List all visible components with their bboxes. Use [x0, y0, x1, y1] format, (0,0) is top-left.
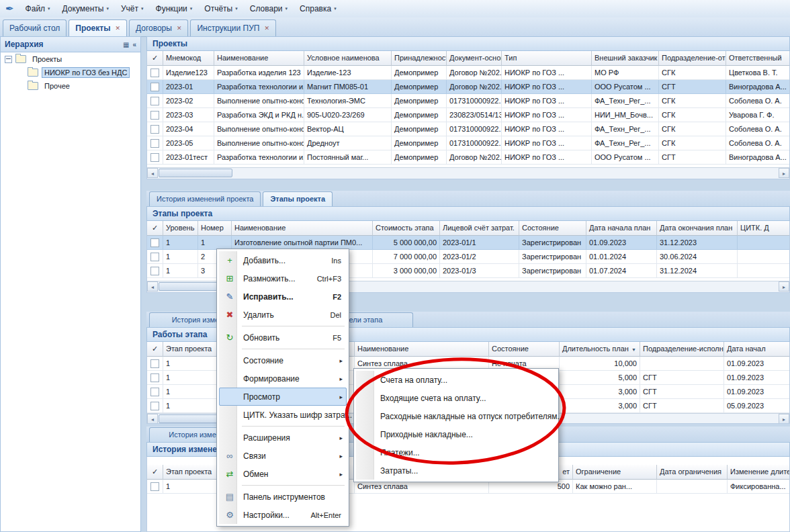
- menu-item[interactable]: ✎Исправить...F2: [219, 287, 347, 306]
- expander-icon[interactable]: [5, 56, 12, 63]
- menu-item[interactable]: Затраты...: [356, 461, 556, 480]
- column-header[interactable]: Подразделение-от: [659, 51, 726, 66]
- column-header[interactable]: Этап проекта: [163, 342, 220, 357]
- close-icon[interactable]: ✕: [115, 25, 120, 32]
- column-header[interactable]: Этап проекта: [163, 465, 220, 480]
- menu-item[interactable]: ЦИТК. Указать шифр затрат..: [219, 406, 347, 424]
- menu-item[interactable]: Расширения▸: [219, 429, 347, 447]
- menu-item[interactable]: ⇄Обмен▸: [219, 465, 347, 483]
- column-header[interactable]: Условное наименова: [304, 51, 392, 66]
- menubar-item[interactable]: Файл▾: [19, 1, 56, 16]
- section-tab[interactable]: История изменений проекта: [149, 191, 261, 206]
- collapse-panel-icon[interactable]: «: [132, 41, 136, 48]
- column-header[interactable]: Дата начала план: [586, 221, 657, 236]
- menu-item[interactable]: Счета на оплату...: [356, 371, 556, 389]
- menu-item[interactable]: ✖УдалитьDel: [219, 306, 347, 324]
- table-row[interactable]: 2023-05Выполнение опытно-конс...Дредноут…: [147, 136, 789, 150]
- column-header[interactable]: Дата окончания план: [657, 221, 738, 236]
- column-header[interactable]: Длительность план▼: [560, 342, 640, 357]
- row-checkbox[interactable]: [150, 388, 159, 396]
- workspace-tab[interactable]: Рабочий стол: [3, 19, 67, 36]
- menubar-item[interactable]: Функции▾: [150, 1, 199, 16]
- menu-item[interactable]: Приходные накладные...: [356, 425, 556, 443]
- checkbox-column-header[interactable]: ✓: [147, 51, 163, 66]
- column-header[interactable]: Наименование: [214, 51, 304, 66]
- menu-item[interactable]: ▤Панель инструментов: [219, 488, 347, 506]
- menubar-item[interactable]: Учёт▾: [115, 1, 150, 16]
- locate-icon[interactable]: ▦: [123, 41, 129, 48]
- menu-item[interactable]: Входящие счета на оплату...: [356, 389, 556, 407]
- scroll-left-icon[interactable]: ◂: [147, 414, 158, 424]
- row-checkbox[interactable]: [150, 482, 159, 491]
- column-header[interactable]: Уровень: [163, 221, 198, 236]
- menu-item[interactable]: ⊞Размножить...Ctrl+F3: [219, 269, 347, 287]
- checkbox-column-header[interactable]: ✓: [147, 342, 163, 357]
- column-header[interactable]: Принадлежность: [392, 51, 447, 66]
- table-row[interactable]: 2023-04Выполнение опытно-конс...Вектор-А…: [147, 122, 789, 136]
- table-row[interactable]: Изделие123Разработка изделия 123Изделие-…: [147, 66, 789, 80]
- column-header[interactable]: Мнемокод: [163, 51, 214, 66]
- column-header[interactable]: Изменение длите: [728, 465, 790, 480]
- workspace-tab[interactable]: Инструкции ПУП✕: [190, 19, 276, 36]
- menu-item[interactable]: Формирование▸: [219, 369, 347, 388]
- checkbox-column-header[interactable]: ✓: [147, 465, 163, 480]
- scroll-left-icon[interactable]: ◂: [147, 168, 158, 178]
- menubar-item[interactable]: Словари▾: [244, 1, 294, 16]
- column-header[interactable]: Стоимость этапа: [373, 221, 440, 236]
- row-checkbox[interactable]: [150, 69, 159, 77]
- scroll-right-icon[interactable]: ▸: [779, 168, 789, 178]
- row-checkbox[interactable]: [150, 373, 159, 382]
- row-checkbox[interactable]: [150, 153, 159, 162]
- checkbox-column-header[interactable]: ✓: [147, 221, 163, 236]
- workspace-tab[interactable]: Проекты✕: [69, 19, 127, 36]
- row-checkbox[interactable]: [150, 139, 159, 148]
- close-icon[interactable]: ✕: [264, 25, 269, 32]
- tree-node[interactable]: Прочее: [1, 79, 140, 93]
- menu-item[interactable]: Состояние▸: [219, 351, 347, 369]
- projects-hscrollbar[interactable]: ◂ ▸: [147, 167, 789, 179]
- row-checkbox[interactable]: [150, 402, 159, 410]
- row-checkbox[interactable]: [150, 238, 159, 247]
- row-checkbox[interactable]: [150, 267, 159, 275]
- column-header[interactable]: Дата ограничения: [657, 465, 728, 480]
- column-header[interactable]: Тип: [502, 51, 592, 66]
- menu-item[interactable]: Просмотр▸: [219, 388, 347, 406]
- row-checkbox[interactable]: [150, 125, 159, 134]
- menubar-item[interactable]: Документы▾: [56, 1, 115, 16]
- close-icon[interactable]: ✕: [177, 25, 182, 32]
- menu-item[interactable]: Расходные накладные на отпуск потребител…: [356, 407, 556, 425]
- scroll-right-icon[interactable]: ▸: [779, 414, 789, 424]
- menubar-item[interactable]: Справка▾: [294, 1, 343, 16]
- scroll-thumb[interactable]: [159, 169, 232, 177]
- column-header[interactable]: Внешний заказчик: [592, 51, 659, 66]
- menu-item[interactable]: +Добавить...Ins: [219, 251, 347, 269]
- column-header[interactable]: Лицевой счёт затрат.: [440, 221, 519, 236]
- column-header[interactable]: Ответственный: [726, 51, 790, 66]
- tree-node[interactable]: НИОКР по ГОЗ без НДС: [1, 66, 140, 79]
- menu-item[interactable]: ↻ОбновитьF5: [219, 328, 347, 347]
- menu-item[interactable]: ⚙Настройки...Alt+Enter: [219, 506, 347, 524]
- column-header[interactable]: Состояние: [489, 342, 560, 357]
- table-row[interactable]: 2023-03Разработка ЭКД и РКД н...905-U020…: [147, 108, 789, 122]
- column-header[interactable]: Подразделение-исполнитель.: [640, 342, 724, 357]
- menu-item[interactable]: ∞Связи▸: [219, 447, 347, 465]
- tree-node[interactable]: Проекты: [1, 52, 140, 66]
- column-header[interactable]: Номер: [198, 221, 232, 236]
- row-checkbox[interactable]: [150, 359, 159, 368]
- section-tab[interactable]: Этапы проекта: [263, 191, 333, 206]
- row-checkbox[interactable]: [150, 97, 159, 105]
- column-header[interactable]: ЦИТК. Д: [738, 221, 790, 236]
- row-checkbox[interactable]: [150, 83, 159, 91]
- scroll-right-icon[interactable]: ▸: [779, 281, 789, 292]
- table-row[interactable]: 2023-01тестРазработка технологии и...Пос…: [147, 150, 789, 165]
- workspace-tab[interactable]: Договоры✕: [129, 19, 188, 36]
- table-row[interactable]: 2023-01Разработка технологии и...Магнит …: [147, 80, 789, 94]
- row-checkbox[interactable]: [150, 111, 159, 120]
- column-header[interactable]: Состояние: [519, 221, 586, 236]
- row-checkbox[interactable]: [150, 253, 159, 261]
- menubar-item[interactable]: Отчёты▾: [198, 1, 243, 16]
- column-header[interactable]: Наименование: [232, 221, 373, 236]
- scroll-left-icon[interactable]: ◂: [147, 281, 158, 292]
- column-header[interactable]: Дата начал: [724, 342, 790, 357]
- table-row[interactable]: 2023-02Выполнение опытно-конс...Технолог…: [147, 94, 789, 108]
